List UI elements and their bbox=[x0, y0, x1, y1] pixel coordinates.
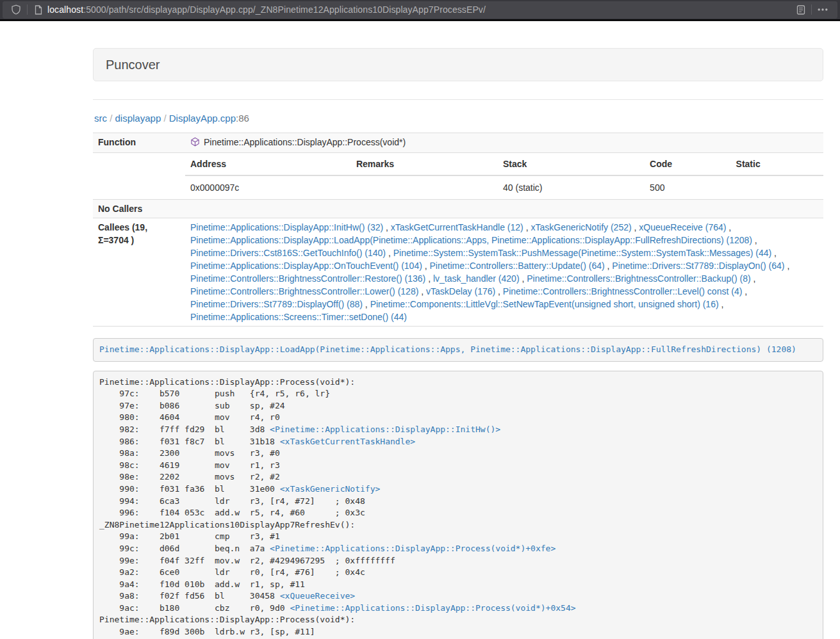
asm-symbol-link[interactable]: <Pinetime::Applications::DisplayApp::Pro… bbox=[290, 603, 575, 613]
callee-link[interactable]: vTaskDelay (176) bbox=[426, 286, 495, 296]
breadcrumb: src / displayapp / DisplayApp.cpp:86 bbox=[94, 111, 823, 125]
breadcrumb-link[interactable]: displayapp bbox=[115, 113, 161, 124]
asm-symbol-link[interactable]: <xTaskGetCurrentTaskHandle> bbox=[280, 437, 415, 446]
no-callers-label: No Callers bbox=[93, 200, 185, 218]
site-identity-box[interactable] bbox=[6, 4, 27, 15]
asm-symbol-link[interactable]: <xTaskGenericNotify> bbox=[280, 484, 381, 494]
callee-link[interactable]: Pinetime::Controllers::BrightnessControl… bbox=[190, 286, 418, 296]
breadcrumb-separator: / bbox=[161, 113, 169, 124]
callees-label: Callees (19, Σ=3704 ) bbox=[93, 218, 185, 327]
asm-symbol-link[interactable]: <Pinetime::Applications::DisplayApp::Ini… bbox=[270, 425, 500, 434]
loadapp-link[interactable]: Pinetime::Applications::DisplayApp::Load… bbox=[99, 344, 796, 354]
breadcrumb-links: src / displayapp / DisplayApp.cpp bbox=[94, 113, 236, 124]
function-name: Pinetime::Applications::DisplayApp::Proc… bbox=[204, 137, 406, 147]
shield-icon[interactable] bbox=[11, 4, 21, 15]
callee-link[interactable]: Pinetime::Controllers::BrightnessControl… bbox=[503, 286, 742, 296]
callee-link[interactable]: Pinetime::System::SystemTask::PushMessag… bbox=[393, 248, 772, 258]
static-value bbox=[731, 175, 823, 199]
callee-link[interactable]: xTaskGetCurrentTaskHandle (12) bbox=[391, 222, 523, 232]
source-line-snippet: Pinetime::Applications::DisplayApp::Load… bbox=[93, 338, 823, 362]
stats-row-spacer bbox=[93, 153, 185, 200]
page-icon bbox=[28, 5, 47, 15]
breadcrumb-separator: / bbox=[107, 113, 115, 124]
url-host: localhost bbox=[47, 4, 83, 15]
function-name-cell: Pinetime::Applications::DisplayApp::Proc… bbox=[185, 133, 823, 153]
reader-mode-icon[interactable] bbox=[791, 5, 811, 15]
stats-row: AddressRemarksStackCodeStatic 0x0000097c… bbox=[93, 153, 823, 200]
callees-list: Pinetime::Applications::DisplayApp::Init… bbox=[185, 218, 823, 327]
callee-link[interactable]: Pinetime::Applications::Screens::Timer::… bbox=[190, 312, 407, 322]
callee-link[interactable]: Pinetime::Drivers::St7789::DisplayOff() … bbox=[190, 299, 363, 309]
stats-table: AddressRemarksStackCodeStatic 0x0000097c… bbox=[185, 153, 823, 199]
column-header-address: Address bbox=[185, 153, 351, 175]
no-callers-cell bbox=[185, 200, 823, 218]
package-icon bbox=[190, 137, 200, 150]
function-row: Function Pinetime::Applications::Display… bbox=[93, 133, 823, 153]
column-header-stack: Stack bbox=[498, 153, 645, 175]
stats-table-cell: AddressRemarksStackCodeStatic 0x0000097c… bbox=[185, 153, 823, 200]
stats-header-row: AddressRemarksStackCodeStatic bbox=[185, 153, 823, 175]
code-value: 500 bbox=[645, 175, 730, 199]
callee-link[interactable]: Pinetime::Controllers::BrightnessControl… bbox=[527, 273, 750, 284]
column-header-code: Code bbox=[645, 153, 730, 175]
url-bar[interactable]: localhost:5000/path/src/displayapp/Displ… bbox=[3, 1, 837, 19]
callee-link[interactable]: xQueueReceive (764) bbox=[639, 222, 726, 232]
remarks-value bbox=[351, 175, 498, 199]
callee-link[interactable]: Pinetime::Controllers::BrightnessControl… bbox=[190, 273, 425, 284]
callee-link[interactable]: Pinetime::Applications::DisplayApp::Init… bbox=[190, 222, 383, 232]
no-callers-row: No Callers bbox=[93, 200, 823, 218]
page-actions-icon[interactable] bbox=[812, 8, 834, 11]
breadcrumb-line-number: :86 bbox=[236, 113, 249, 124]
assembly-listing: Pinetime::Applications::DisplayApp::Proc… bbox=[93, 371, 823, 639]
table-row: 0x0000097c 40 (static) 500 bbox=[185, 175, 823, 199]
column-header-remarks: Remarks bbox=[351, 153, 498, 175]
main-content: Puncover src / displayapp / DisplayApp.c… bbox=[93, 21, 823, 639]
url-text[interactable]: localhost:5000/path/src/displayapp/Displ… bbox=[47, 4, 791, 15]
function-table: Function Pinetime::Applications::Display… bbox=[93, 133, 823, 327]
url-path: :5000/path/src/displayapp/DisplayApp.cpp… bbox=[83, 4, 486, 15]
address-value: 0x0000097c bbox=[185, 175, 351, 199]
browser-toolbar: localhost:5000/path/src/displayapp/Displ… bbox=[0, 0, 840, 21]
callee-link[interactable]: xTaskGenericNotify (252) bbox=[531, 222, 631, 232]
callee-link[interactable]: Pinetime::Drivers::Cst816S::GetTouchInfo… bbox=[190, 248, 386, 258]
page-title: Puncover bbox=[106, 58, 160, 72]
column-header-static: Static bbox=[731, 153, 823, 175]
asm-symbol-link[interactable]: <xQueueReceive> bbox=[280, 591, 355, 601]
callee-link[interactable]: Pinetime::Applications::DisplayApp::Load… bbox=[190, 235, 752, 245]
function-label: Function bbox=[93, 133, 185, 153]
breadcrumb-link[interactable]: src bbox=[94, 113, 107, 124]
stack-value: 40 (static) bbox=[498, 175, 645, 199]
callee-link[interactable]: Pinetime::Applications::DisplayApp::OnTo… bbox=[190, 261, 422, 271]
app-title-panel: Puncover bbox=[93, 48, 823, 81]
callee-link[interactable]: Pinetime::Drivers::St7789::DisplayOn() (… bbox=[612, 261, 784, 271]
breadcrumb-link[interactable]: DisplayApp.cpp bbox=[169, 113, 236, 124]
callee-link[interactable]: Pinetime::Components::LittleVgl::SetNewT… bbox=[370, 299, 719, 309]
callee-link[interactable]: Pinetime::Controllers::Battery::Update()… bbox=[430, 261, 605, 271]
asm-symbol-link[interactable]: <Pinetime::Applications::DisplayApp::Pro… bbox=[270, 544, 556, 553]
callee-link[interactable]: lv_task_handler (420) bbox=[433, 273, 520, 284]
callees-row: Callees (19, Σ=3704 ) Pinetime::Applicat… bbox=[93, 218, 823, 327]
divider-rule bbox=[93, 99, 823, 100]
